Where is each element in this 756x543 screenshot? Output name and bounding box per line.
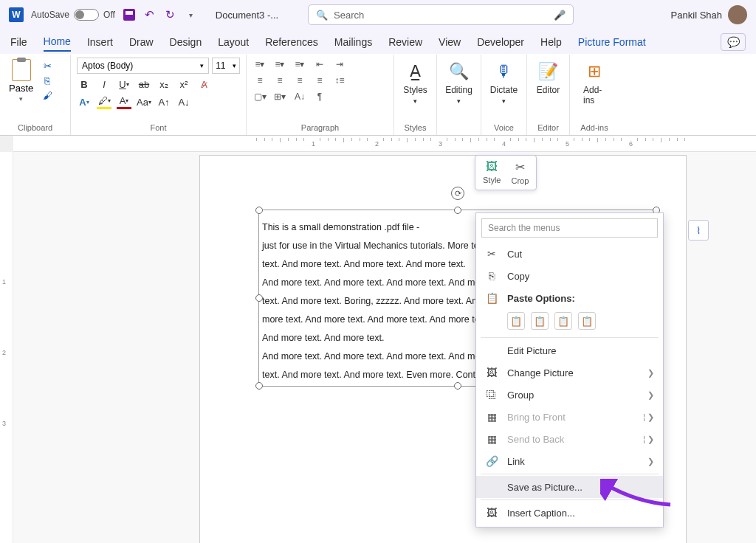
tab-view[interactable]: View xyxy=(439,33,461,51)
shading-button[interactable]: ▢▾ xyxy=(252,90,267,103)
tab-mailings[interactable]: Mailings xyxy=(334,33,372,51)
align-left-button[interactable]: ≡ xyxy=(252,74,267,87)
tab-insert[interactable]: Insert xyxy=(87,33,113,51)
superscript-button[interactable]: x² xyxy=(176,77,191,91)
editing-button[interactable]: 🔍 Editing▾ xyxy=(443,58,475,108)
group-addins: ⊞ Add-ins Add-ins xyxy=(570,55,619,135)
styles-button[interactable]: A̲ Styles▾ xyxy=(400,58,430,108)
justify-button[interactable]: ≡ xyxy=(312,74,327,87)
document-title[interactable]: Document3 -... xyxy=(216,10,278,21)
menu-search-input[interactable]: Search the menus xyxy=(481,218,658,238)
strike-button[interactable]: ab xyxy=(137,77,151,91)
underline-button[interactable]: U▾ xyxy=(117,77,131,91)
search-placeholder: Search xyxy=(334,10,364,21)
paste-icon xyxy=(12,59,31,81)
comments-button[interactable]: 💬 xyxy=(721,33,746,51)
save-icon[interactable] xyxy=(123,8,136,21)
paste-option-1[interactable]: 📋 xyxy=(507,312,525,330)
tab-review[interactable]: Review xyxy=(388,33,422,51)
resize-handle-n[interactable] xyxy=(454,207,461,214)
font-name-select[interactable]: Aptos (Body)▾ xyxy=(77,58,209,74)
tab-help[interactable]: Help xyxy=(540,33,562,51)
group-label-editor: Editor xyxy=(533,122,563,134)
undo-icon[interactable]: ↶ xyxy=(143,8,157,21)
tab-picture-format[interactable]: Picture Format xyxy=(578,33,646,51)
tab-layout[interactable]: Layout xyxy=(218,33,249,51)
menu-cut[interactable]: ✂Cut xyxy=(476,243,663,265)
search-input[interactable]: 🔍 Search 🎤 xyxy=(308,4,574,25)
highlight-button[interactable]: 🖊▾ xyxy=(97,94,111,109)
menu-edit-picture[interactable]: Edit Picture xyxy=(476,339,663,362)
crop-icon: ✂ xyxy=(515,160,525,174)
menu-label: Insert Caption... xyxy=(507,508,575,519)
subscript-button[interactable]: x₂ xyxy=(157,77,171,91)
italic-button[interactable]: I xyxy=(97,77,111,91)
tab-draw[interactable]: Draw xyxy=(129,33,154,51)
font-size-select[interactable]: 11▾ xyxy=(212,58,240,74)
canvas[interactable]: ⟳ This is a small demonstration .pdf fil… xyxy=(13,152,756,543)
font-color-button[interactable]: A▾ xyxy=(117,94,131,109)
tab-design[interactable]: Design xyxy=(170,33,202,51)
group-label-paragraph: Paragraph xyxy=(252,122,388,134)
cut-icon[interactable]: ✂ xyxy=(41,60,54,72)
menu-change-picture[interactable]: 🖼Change Picture❯ xyxy=(476,362,663,384)
menu-label: Group xyxy=(507,390,534,401)
copy-icon[interactable]: ⎘ xyxy=(41,75,54,87)
text-effects-button[interactable]: A▾ xyxy=(77,94,92,109)
paste-option-3[interactable]: 📋 xyxy=(554,312,572,330)
layout-options-button[interactable]: ⌇ xyxy=(688,220,709,241)
shrink-font-button[interactable]: A↓ xyxy=(176,94,191,109)
clear-format-button[interactable]: A̷ xyxy=(196,77,211,91)
menu-copy[interactable]: ⎘Copy xyxy=(476,265,663,287)
dictate-button[interactable]: 🎙 Dictate▾ xyxy=(487,58,520,108)
format-painter-icon[interactable]: 🖌 xyxy=(41,90,54,102)
bring-front-icon: ▦ xyxy=(485,411,498,423)
align-right-button[interactable]: ≡ xyxy=(292,74,307,87)
tab-references[interactable]: References xyxy=(265,33,318,51)
autosave-toggle[interactable]: AutoSave Off xyxy=(31,9,115,21)
font-name-value: Aptos (Body) xyxy=(82,60,133,71)
editing-label: Editing xyxy=(445,85,472,95)
menu-link[interactable]: 🔗Link❯ xyxy=(476,450,663,472)
group-styles: A̲ Styles▾ Styles xyxy=(394,55,437,135)
line-spacing-button[interactable]: ↕≡ xyxy=(332,74,347,87)
qat-dropdown-icon[interactable]: ▾ xyxy=(185,8,198,21)
paste-option-2[interactable]: 📋 xyxy=(531,312,549,330)
tab-developer[interactable]: Developer xyxy=(477,33,524,51)
borders-button[interactable]: ⊞▾ xyxy=(272,90,287,103)
editor-button[interactable]: 📝 Editor xyxy=(533,58,563,98)
resize-handle-nw[interactable] xyxy=(255,207,263,214)
redo-icon[interactable]: ↻ xyxy=(164,8,177,21)
increase-indent-button[interactable]: ⇥ xyxy=(332,58,347,71)
multilevel-button[interactable]: ≡▾ xyxy=(292,58,307,71)
numbering-button[interactable]: ≡▾ xyxy=(272,58,287,71)
picture-style-button[interactable]: 🖼 Style xyxy=(483,160,501,185)
editor-label: Editor xyxy=(537,85,560,95)
copy-icon: ⎘ xyxy=(485,270,498,282)
grow-font-button[interactable]: A↑ xyxy=(157,94,171,109)
group-label-addins: Add-ins xyxy=(576,122,613,134)
vertical-ruler[interactable]: 123 xyxy=(0,152,13,543)
sort-button[interactable]: A↓ xyxy=(292,90,307,103)
paste-button[interactable]: Paste ▾ xyxy=(6,58,36,104)
addins-button[interactable]: ⊞ Add-ins xyxy=(576,58,613,108)
change-case-button[interactable]: Aa▾ xyxy=(137,94,151,109)
user-account[interactable]: Pankil Shah xyxy=(671,5,747,24)
crop-button[interactable]: ✂ Crop xyxy=(511,160,529,185)
bold-button[interactable]: B xyxy=(77,77,92,91)
menu-insert-caption[interactable]: 🖼Insert Caption... xyxy=(476,502,663,524)
tab-home[interactable]: Home xyxy=(44,32,71,52)
show-marks-button[interactable]: ¶ xyxy=(312,90,327,103)
tab-file[interactable]: File xyxy=(10,33,27,51)
rotate-handle-icon[interactable]: ⟳ xyxy=(451,187,464,200)
horizontal-ruler[interactable]: 123456 xyxy=(0,136,756,152)
toggle-icon[interactable] xyxy=(74,9,99,21)
mic-icon[interactable]: 🎤 xyxy=(554,10,566,21)
decrease-indent-button[interactable]: ⇤ xyxy=(312,58,327,71)
paste-option-4[interactable]: 📋 xyxy=(578,312,596,330)
menu-save-as-picture[interactable]: Save as Picture... xyxy=(476,476,663,498)
menu-group[interactable]: ⿻Group❯ xyxy=(476,384,663,406)
chevron-right-icon: ❯ xyxy=(647,368,654,378)
align-center-button[interactable]: ≡ xyxy=(272,74,287,87)
bullets-button[interactable]: ≡▾ xyxy=(252,58,267,71)
